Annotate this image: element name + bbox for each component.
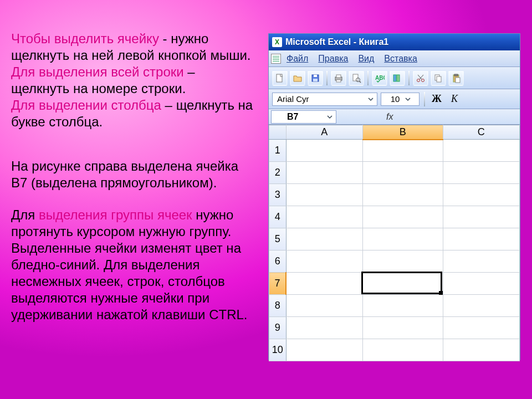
cell-B3[interactable]	[362, 184, 443, 206]
research-icon[interactable]	[390, 70, 405, 86]
row-header-5[interactable]: 5	[269, 228, 287, 250]
col-header-b[interactable]: B	[362, 125, 443, 140]
text-select-row: Для выделения всей строки	[11, 64, 184, 79]
row-header-2[interactable]: 2	[269, 162, 287, 184]
cell-A8[interactable]	[286, 295, 362, 317]
save-icon[interactable]	[308, 70, 323, 86]
svg-rect-12	[397, 75, 400, 81]
font-size-value: 10	[391, 94, 400, 104]
standard-toolbar: ABC	[269, 67, 520, 89]
text-group-a: Для	[11, 207, 39, 222]
formatting-toolbar: Arial Cyr 10 Ж К	[269, 89, 520, 109]
window-title: Microsoft Excel - Книга1	[285, 37, 388, 47]
menu-view[interactable]: Вид	[354, 52, 378, 65]
cell-B1[interactable]	[362, 140, 443, 162]
cell-B7[interactable]	[362, 273, 443, 295]
row-header-7[interactable]: 7	[269, 273, 287, 295]
svg-rect-11	[393, 75, 396, 81]
cell-C4[interactable]	[443, 206, 519, 228]
svg-rect-0	[277, 74, 282, 82]
spreadsheet-grid[interactable]: A B C 12345678910	[269, 125, 520, 361]
cell-A7[interactable]	[286, 273, 362, 295]
cell-A10[interactable]	[286, 339, 362, 361]
excel-window: X Microsoft Excel - Книга1 Файл Правка В…	[268, 33, 520, 360]
row-header-4[interactable]: 4	[269, 206, 287, 228]
menu-edit[interactable]: Правка	[314, 52, 352, 65]
cell-A6[interactable]	[286, 250, 362, 273]
cell-C5[interactable]	[443, 228, 519, 250]
svg-rect-20	[454, 74, 458, 76]
spellcheck-icon[interactable]: ABC	[372, 70, 387, 86]
chevron-down-icon	[326, 113, 334, 121]
text-select-col: Для выделении столбца	[11, 98, 161, 112]
cell-B6[interactable]	[362, 250, 443, 273]
row-header-1[interactable]: 1	[269, 140, 287, 162]
excel-logo-icon: X	[272, 37, 282, 47]
font-name-combo[interactable]: Arial Cyr	[272, 93, 377, 106]
text-group-b: выделения группы ячеек	[39, 207, 192, 222]
cell-C7[interactable]	[443, 273, 519, 295]
cell-A3[interactable]	[286, 184, 362, 206]
col-header-c[interactable]: C	[443, 125, 519, 140]
fx-label[interactable]: fx	[386, 112, 393, 122]
svg-rect-3	[313, 79, 318, 81]
instruction-text: Чтобы выделить ячейку - нужно щелкнуть н…	[11, 30, 255, 323]
svg-rect-2	[314, 75, 317, 77]
svg-rect-6	[336, 80, 341, 82]
cell-C1[interactable]	[443, 140, 519, 162]
cell-A4[interactable]	[286, 206, 362, 228]
cell-A2[interactable]	[286, 162, 362, 184]
cell-A1[interactable]	[286, 140, 362, 162]
font-size-combo[interactable]: 10	[381, 93, 420, 106]
text-select-cell: Чтобы выделить ячейку	[11, 31, 159, 46]
cell-B5[interactable]	[362, 228, 443, 250]
chevron-down-icon	[404, 95, 412, 103]
cell-C6[interactable]	[443, 250, 519, 273]
svg-rect-7	[353, 74, 358, 81]
text-figure-caption: На рисунке справа выделена ячейка B7 (вы…	[11, 158, 255, 191]
document-icon[interactable]	[271, 54, 281, 64]
italic-button[interactable]: К	[447, 93, 462, 105]
print-preview-icon[interactable]	[349, 70, 364, 86]
formula-bar: B7 fx	[269, 109, 520, 125]
name-box[interactable]: B7	[271, 110, 336, 124]
cell-A5[interactable]	[286, 228, 362, 250]
open-file-icon[interactable]	[290, 70, 305, 86]
svg-line-9	[360, 81, 361, 83]
cell-A9[interactable]	[286, 317, 362, 339]
svg-rect-21	[456, 78, 460, 83]
cell-B10[interactable]	[362, 339, 443, 361]
row-header-6[interactable]: 6	[269, 250, 287, 273]
select-all-corner[interactable]	[269, 125, 287, 140]
cell-C3[interactable]	[443, 184, 519, 206]
row-header-9[interactable]: 9	[269, 317, 287, 339]
cell-B2[interactable]	[362, 162, 443, 184]
new-file-icon[interactable]	[272, 70, 288, 86]
cell-B4[interactable]	[362, 206, 443, 228]
print-icon[interactable]	[331, 70, 346, 86]
row-header-10[interactable]: 10	[269, 339, 287, 361]
menu-file[interactable]: Файл	[282, 52, 313, 65]
cut-icon[interactable]	[413, 70, 428, 86]
row-header-8[interactable]: 8	[269, 295, 287, 317]
cell-C10[interactable]	[443, 339, 519, 361]
chevron-down-icon	[367, 95, 375, 103]
paste-icon[interactable]	[448, 70, 464, 86]
row-header-3[interactable]: 3	[269, 184, 287, 206]
cell-B8[interactable]	[362, 295, 443, 317]
cell-B9[interactable]	[362, 317, 443, 339]
text-group-c: нужно протянуть курсором нужную группу. …	[11, 207, 248, 322]
svg-point-13	[417, 79, 420, 81]
cell-C8[interactable]	[443, 295, 519, 317]
cell-C9[interactable]	[443, 317, 519, 339]
svg-rect-5	[336, 75, 341, 78]
bold-button[interactable]: Ж	[429, 93, 444, 105]
menu-insert[interactable]: Вставка	[380, 52, 421, 65]
titlebar[interactable]: X Microsoft Excel - Книга1	[269, 34, 520, 50]
svg-rect-18	[437, 76, 441, 82]
cell-C2[interactable]	[443, 162, 519, 184]
menubar: Файл Правка Вид Вставка	[269, 50, 520, 67]
col-header-a[interactable]: A	[286, 125, 362, 140]
copy-icon[interactable]	[431, 70, 446, 86]
svg-point-14	[422, 79, 424, 81]
